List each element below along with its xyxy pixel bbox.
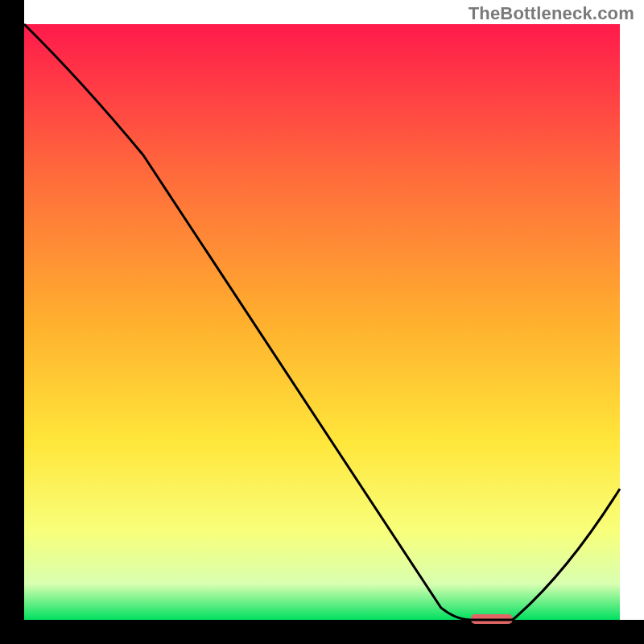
plot-background bbox=[24, 24, 620, 620]
chart-container: TheBottleneck.com bbox=[0, 0, 644, 644]
bottleneck-chart bbox=[0, 0, 644, 644]
watermark-text: TheBottleneck.com bbox=[469, 3, 634, 24]
y-axis bbox=[0, 0, 24, 644]
x-axis bbox=[0, 620, 644, 644]
